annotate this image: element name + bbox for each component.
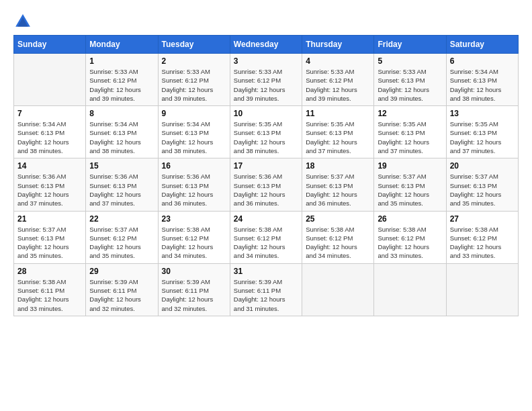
- day-info: Sunrise: 5:34 AMSunset: 6:13 PMDaylight:…: [162, 120, 226, 155]
- calendar-cell: 19Sunrise: 5:37 AMSunset: 6:13 PMDayligh…: [374, 158, 446, 211]
- day-info: Sunrise: 5:37 AMSunset: 6:13 PMDaylight:…: [378, 172, 442, 208]
- day-number: 17: [234, 161, 298, 171]
- day-info: Sunrise: 5:33 AMSunset: 6:12 PMDaylight:…: [234, 67, 298, 103]
- day-number: 6: [450, 56, 515, 66]
- logo-icon: [13, 12, 32, 31]
- day-info: Sunrise: 5:37 AMSunset: 6:13 PMDaylight:…: [450, 172, 515, 208]
- day-info: Sunrise: 5:33 AMSunset: 6:12 PMDaylight:…: [306, 67, 370, 103]
- calendar-cell: 21Sunrise: 5:37 AMSunset: 6:13 PMDayligh…: [14, 211, 86, 263]
- day-info: Sunrise: 5:33 AMSunset: 6:12 PMDaylight:…: [89, 67, 154, 103]
- calendar-week-1: 1Sunrise: 5:33 AMSunset: 6:12 PMDaylight…: [14, 54, 519, 106]
- day-number: 12: [378, 109, 442, 118]
- logo: [13, 12, 35, 31]
- calendar-cell: [14, 54, 86, 106]
- calendar-week-4: 21Sunrise: 5:37 AMSunset: 6:13 PMDayligh…: [14, 211, 519, 263]
- day-info: Sunrise: 5:38 AMSunset: 6:12 PMDaylight:…: [306, 225, 370, 261]
- calendar-cell: 26Sunrise: 5:38 AMSunset: 6:12 PMDayligh…: [374, 211, 446, 263]
- calendar-header-thursday: Thursday: [302, 36, 374, 54]
- calendar-cell: 23Sunrise: 5:38 AMSunset: 6:12 PMDayligh…: [158, 211, 230, 263]
- day-number: 11: [306, 109, 370, 118]
- page-header: [13, 12, 519, 31]
- day-info: Sunrise: 5:34 AMSunset: 6:13 PMDaylight:…: [89, 120, 154, 155]
- day-number: 19: [378, 161, 442, 171]
- calendar-week-2: 7Sunrise: 5:34 AMSunset: 6:13 PMDaylight…: [14, 106, 519, 158]
- day-number: 1: [89, 56, 154, 66]
- day-info: Sunrise: 5:38 AMSunset: 6:11 PMDaylight:…: [17, 277, 82, 313]
- day-info: Sunrise: 5:34 AMSunset: 6:13 PMDaylight:…: [17, 120, 82, 155]
- day-info: Sunrise: 5:36 AMSunset: 6:13 PMDaylight:…: [89, 172, 154, 208]
- day-info: Sunrise: 5:38 AMSunset: 6:12 PMDaylight:…: [162, 225, 226, 261]
- day-number: 20: [450, 161, 515, 171]
- calendar-cell: 28Sunrise: 5:38 AMSunset: 6:11 PMDayligh…: [14, 263, 86, 316]
- calendar-cell: 30Sunrise: 5:39 AMSunset: 6:11 PMDayligh…: [158, 263, 230, 316]
- calendar-week-3: 14Sunrise: 5:36 AMSunset: 6:13 PMDayligh…: [14, 158, 519, 211]
- calendar-table: SundayMondayTuesdayWednesdayThursdayFrid…: [13, 35, 519, 316]
- calendar-cell: 18Sunrise: 5:37 AMSunset: 6:13 PMDayligh…: [302, 158, 374, 211]
- day-info: Sunrise: 5:39 AMSunset: 6:11 PMDaylight:…: [89, 277, 154, 313]
- day-number: 23: [162, 214, 226, 224]
- calendar-cell: 5Sunrise: 5:33 AMSunset: 6:13 PMDaylight…: [374, 54, 446, 106]
- day-info: Sunrise: 5:35 AMSunset: 6:13 PMDaylight:…: [450, 120, 515, 155]
- calendar-header-tuesday: Tuesday: [158, 36, 230, 54]
- day-number: 3: [234, 56, 298, 66]
- day-number: 26: [378, 214, 442, 224]
- calendar-header-row: SundayMondayTuesdayWednesdayThursdayFrid…: [14, 36, 519, 54]
- day-info: Sunrise: 5:34 AMSunset: 6:13 PMDaylight:…: [450, 67, 515, 103]
- calendar-cell: 17Sunrise: 5:36 AMSunset: 6:13 PMDayligh…: [230, 158, 302, 211]
- day-number: 2: [162, 56, 226, 66]
- calendar-cell: 6Sunrise: 5:34 AMSunset: 6:13 PMDaylight…: [446, 54, 518, 106]
- calendar-header-sunday: Sunday: [14, 36, 86, 54]
- day-info: Sunrise: 5:39 AMSunset: 6:11 PMDaylight:…: [162, 277, 226, 313]
- day-info: Sunrise: 5:33 AMSunset: 6:12 PMDaylight:…: [162, 67, 226, 103]
- calendar-cell: 10Sunrise: 5:35 AMSunset: 6:13 PMDayligh…: [230, 106, 302, 158]
- day-number: 31: [234, 267, 298, 276]
- calendar-cell: 3Sunrise: 5:33 AMSunset: 6:12 PMDaylight…: [230, 54, 302, 106]
- calendar-cell: 24Sunrise: 5:38 AMSunset: 6:12 PMDayligh…: [230, 211, 302, 263]
- calendar-cell: 14Sunrise: 5:36 AMSunset: 6:13 PMDayligh…: [14, 158, 86, 211]
- day-info: Sunrise: 5:35 AMSunset: 6:13 PMDaylight:…: [306, 120, 370, 155]
- day-number: 28: [17, 267, 82, 276]
- day-number: 15: [89, 161, 154, 171]
- day-info: Sunrise: 5:38 AMSunset: 6:12 PMDaylight:…: [234, 225, 298, 261]
- day-number: 22: [89, 214, 154, 224]
- day-number: 5: [378, 56, 442, 66]
- calendar-cell: 31Sunrise: 5:39 AMSunset: 6:11 PMDayligh…: [230, 263, 302, 316]
- calendar-cell: 2Sunrise: 5:33 AMSunset: 6:12 PMDaylight…: [158, 54, 230, 106]
- calendar-week-5: 28Sunrise: 5:38 AMSunset: 6:11 PMDayligh…: [14, 263, 519, 316]
- day-number: 27: [450, 214, 515, 224]
- day-info: Sunrise: 5:37 AMSunset: 6:13 PMDaylight:…: [17, 225, 82, 261]
- calendar-cell: 20Sunrise: 5:37 AMSunset: 6:13 PMDayligh…: [446, 158, 518, 211]
- calendar-cell: 29Sunrise: 5:39 AMSunset: 6:11 PMDayligh…: [86, 263, 158, 316]
- calendar-cell: 13Sunrise: 5:35 AMSunset: 6:13 PMDayligh…: [446, 106, 518, 158]
- calendar-body: 1Sunrise: 5:33 AMSunset: 6:12 PMDaylight…: [14, 54, 519, 316]
- calendar-header-wednesday: Wednesday: [230, 36, 302, 54]
- day-number: 29: [89, 267, 154, 276]
- day-number: 10: [234, 109, 298, 118]
- day-info: Sunrise: 5:35 AMSunset: 6:13 PMDaylight:…: [234, 120, 298, 155]
- calendar-cell: 25Sunrise: 5:38 AMSunset: 6:12 PMDayligh…: [302, 211, 374, 263]
- day-info: Sunrise: 5:37 AMSunset: 6:12 PMDaylight:…: [89, 225, 154, 261]
- day-info: Sunrise: 5:37 AMSunset: 6:13 PMDaylight:…: [306, 172, 370, 208]
- calendar-cell: 27Sunrise: 5:38 AMSunset: 6:12 PMDayligh…: [446, 211, 518, 263]
- calendar-cell: 8Sunrise: 5:34 AMSunset: 6:13 PMDaylight…: [86, 106, 158, 158]
- calendar-cell: 4Sunrise: 5:33 AMSunset: 6:12 PMDaylight…: [302, 54, 374, 106]
- day-number: 14: [17, 161, 82, 171]
- calendar-cell: [446, 263, 518, 316]
- day-info: Sunrise: 5:36 AMSunset: 6:13 PMDaylight:…: [17, 172, 82, 208]
- day-number: 16: [162, 161, 226, 171]
- calendar-cell: 16Sunrise: 5:36 AMSunset: 6:13 PMDayligh…: [158, 158, 230, 211]
- calendar-header-friday: Friday: [374, 36, 446, 54]
- day-number: 21: [17, 214, 82, 224]
- calendar-cell: 22Sunrise: 5:37 AMSunset: 6:12 PMDayligh…: [86, 211, 158, 263]
- day-info: Sunrise: 5:36 AMSunset: 6:13 PMDaylight:…: [162, 172, 226, 208]
- day-info: Sunrise: 5:36 AMSunset: 6:13 PMDaylight:…: [234, 172, 298, 208]
- day-info: Sunrise: 5:35 AMSunset: 6:13 PMDaylight:…: [378, 120, 442, 155]
- calendar-cell: [302, 263, 374, 316]
- calendar-header-monday: Monday: [86, 36, 158, 54]
- day-info: Sunrise: 5:38 AMSunset: 6:12 PMDaylight:…: [450, 225, 515, 261]
- day-number: 9: [162, 109, 226, 118]
- day-info: Sunrise: 5:33 AMSunset: 6:13 PMDaylight:…: [378, 67, 442, 103]
- day-number: 8: [89, 109, 154, 118]
- day-number: 24: [234, 214, 298, 224]
- calendar-cell: 7Sunrise: 5:34 AMSunset: 6:13 PMDaylight…: [14, 106, 86, 158]
